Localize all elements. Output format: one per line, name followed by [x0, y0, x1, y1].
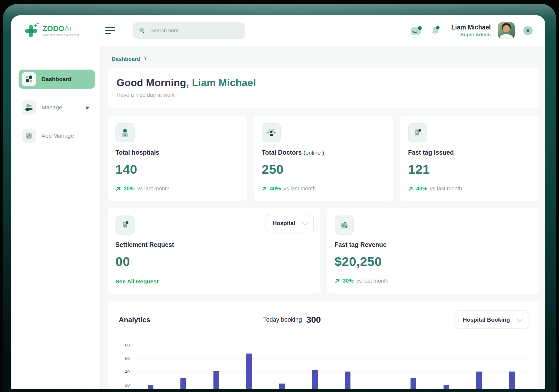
greeting-title: Good Morning, Liam Michael	[117, 77, 531, 89]
chart-bar-column	[430, 345, 463, 389]
header: ZODOAi Your Healthcare Assistant	[11, 15, 545, 46]
people-icon	[22, 100, 36, 115]
analytics-card: Analytics Today booking 300 Hospital Boo…	[108, 301, 539, 389]
notifications-button[interactable]	[430, 25, 442, 36]
see-all-request-link[interactable]: See All Request	[115, 278, 159, 285]
messages-button[interactable]	[410, 25, 423, 36]
revenue-value: $20,250	[335, 254, 532, 269]
chart-bar-jun[interactable]	[312, 370, 318, 389]
settings-gear-icon[interactable]	[522, 25, 534, 37]
stat-title: Total hosptials	[115, 149, 239, 156]
app-window: ZODOAi Your Healthcare Assistant	[11, 15, 545, 389]
greeting-user-name: Liam Michael	[192, 77, 256, 88]
stat-title: Fast tag Issued	[408, 149, 532, 156]
chart-y-tick-label: 60	[125, 356, 130, 361]
submenu-arrow-icon: ▶	[86, 105, 92, 110]
app-manage-icon	[22, 129, 36, 143]
hospital-booking-filter-select[interactable]: Hospital Booking	[456, 310, 528, 329]
user-info: Liam Michael Super Admin	[451, 24, 491, 38]
chart-bar-column	[167, 345, 200, 389]
chart-bar-column	[298, 345, 331, 389]
chart-bar-jan[interactable]	[148, 385, 153, 389]
stat-title: Total Doctors (online )	[262, 149, 385, 156]
sidebar-item-app-manage[interactable]: App Manage	[19, 126, 95, 145]
stat-delta: 40%vs last month	[408, 185, 532, 192]
chart-bar-column	[364, 345, 397, 389]
brand-name: ZODOAi	[43, 25, 79, 33]
chart-bar-may[interactable]	[279, 384, 285, 389]
chart-bar-column	[397, 345, 430, 389]
bell-icon	[430, 25, 442, 36]
chart-bar-mar[interactable]	[213, 371, 219, 389]
greeting-card: Good Morning, Liam Michael Have a nice d…	[108, 68, 539, 109]
hospital-person-icon	[115, 123, 135, 142]
user-role: Super Admin	[451, 32, 491, 38]
chart-bar-column	[496, 345, 528, 389]
stat-delta: 40%vs last month	[262, 185, 385, 192]
search-bar[interactable]	[133, 22, 245, 39]
brand-tagline: Your Healthcare Assistant	[43, 34, 79, 37]
receipt-icon	[115, 216, 135, 235]
breadcrumb-current[interactable]: Dashboard	[112, 56, 140, 62]
chart-bars	[134, 345, 528, 389]
sidebar-item-dashboard[interactable]: Dashboard	[19, 70, 95, 89]
chart-bar-column	[463, 345, 495, 389]
chart-y-axis: 020406080	[119, 345, 134, 389]
brand-logo: ZODOAi Your Healthcare Assistant	[23, 22, 79, 39]
greeting-subtitle: Have a nice day at work	[117, 92, 531, 98]
sidebar-item-label: Manage	[41, 104, 62, 111]
receipt-icon	[408, 123, 427, 142]
chart-bar-feb[interactable]	[180, 378, 186, 389]
chart-y-tick-label: 20	[125, 383, 130, 387]
fast-tag-revenue-card: Fast tag Revenue $20,250 30%vs last mont…	[327, 208, 540, 294]
stat-card-total-hospitals: Total hosptials 140 20%vs last month	[108, 116, 247, 201]
settlement-request-card: Hospital Settlement Request 00 See All R…	[108, 208, 320, 294]
search-input[interactable]	[150, 27, 239, 34]
sidebar-item-label: Dashboard	[41, 76, 72, 82]
chevron-down-icon	[302, 219, 308, 226]
chart-bar-nov[interactable]	[476, 372, 482, 389]
chart-bar-column	[233, 345, 265, 389]
stat-delta: 20%vs last month	[115, 185, 239, 192]
settlement-title: Settlement Request	[115, 241, 313, 249]
revenue-delta: 30%vs last month	[335, 278, 532, 284]
dashboard-grid-icon	[22, 72, 36, 86]
menu-toggle-button[interactable]	[105, 26, 116, 35]
stat-card-fast-tag-issued: Fast tag Issued 121 40%vs last month	[400, 116, 539, 201]
sidebar: Dashboard Manage ▶	[11, 46, 101, 389]
stat-value: 121	[408, 162, 532, 177]
user-name: Liam Michael	[451, 24, 491, 31]
chart-bar-oct[interactable]	[444, 385, 449, 389]
hospital-filter-select[interactable]: Hospital	[266, 214, 314, 232]
secondary-row: Hospital Settlement Request 00 See All R…	[108, 208, 539, 294]
search-icon	[139, 27, 145, 34]
stat-value: 140	[115, 162, 239, 177]
chart-bar-column	[331, 345, 364, 389]
revenue-title: Fast tag Revenue	[335, 241, 532, 249]
breadcrumb[interactable]: Dashboard ›	[112, 55, 539, 62]
trend-up-icon	[408, 186, 414, 191]
today-booking: Today booking 300	[263, 315, 321, 325]
chart-bar-column	[134, 345, 167, 389]
settlement-value: 00	[115, 254, 313, 269]
brand-cross-icon	[23, 22, 39, 39]
header-actions: Liam Michael Super Admin	[410, 22, 534, 39]
chart-bar-sep[interactable]	[411, 378, 416, 389]
avatar[interactable]	[498, 22, 515, 39]
chart-bar-jul[interactable]	[345, 372, 350, 389]
chart-bar-dec[interactable]	[509, 372, 515, 389]
stats-row: Total hosptials 140 20%vs last month	[108, 116, 539, 201]
doctors-group-icon	[262, 123, 281, 142]
trend-up-icon	[335, 278, 340, 284]
chart-bar-apr[interactable]	[246, 354, 252, 389]
stat-card-total-doctors: Total Doctors (online ) 250 40%vs last m…	[254, 116, 393, 201]
message-icon	[410, 25, 423, 36]
sidebar-item-manage[interactable]: Manage ▶	[19, 98, 95, 117]
chart-bar-column	[200, 345, 233, 389]
chart-plot	[134, 345, 528, 389]
main-content: Dashboard › Good Morning, Liam Michael H…	[101, 46, 545, 389]
analytics-title: Analytics	[119, 316, 150, 324]
chevron-down-icon	[517, 316, 523, 322]
today-booking-value: 300	[306, 315, 321, 325]
trend-up-icon	[115, 186, 121, 191]
